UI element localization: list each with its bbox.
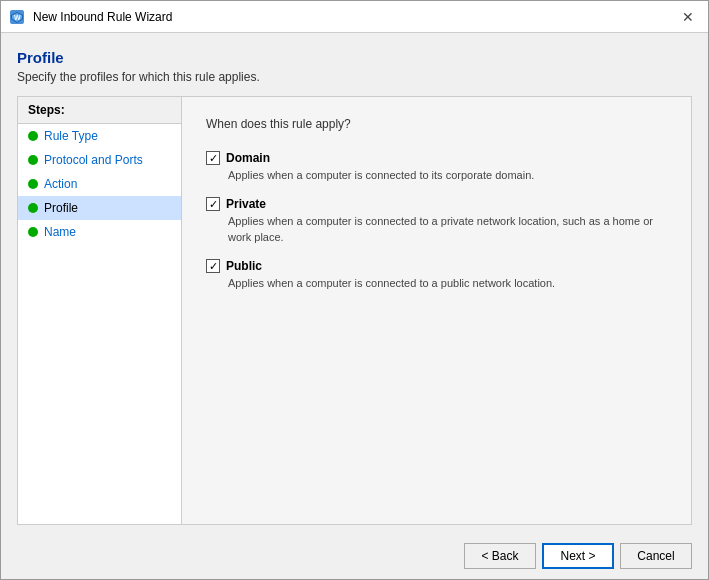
checkbox-public[interactable]: [206, 259, 220, 273]
option-desc-private: Applies when a computer is connected to …: [228, 214, 667, 245]
page-title: Profile: [17, 49, 692, 66]
steps-header: Steps:: [18, 97, 181, 124]
step-label-name: Name: [44, 225, 76, 239]
option-desc-domain: Applies when a computer is connected to …: [228, 168, 667, 183]
window-title: New Inbound Rule Wizard: [33, 10, 676, 24]
wizard-window: W New Inbound Rule Wizard ✕ Profile Spec…: [0, 0, 709, 580]
sidebar-item-action[interactable]: Action: [18, 172, 181, 196]
title-bar: W New Inbound Rule Wizard ✕: [1, 1, 708, 33]
rule-question: When does this rule apply?: [206, 117, 667, 131]
step-label-rule-type: Rule Type: [44, 129, 98, 143]
step-label-protocol-ports: Protocol and Ports: [44, 153, 143, 167]
page-subtitle: Specify the profiles for which this rule…: [17, 70, 692, 84]
sidebar-item-protocol-ports[interactable]: Protocol and Ports: [18, 148, 181, 172]
cancel-button[interactable]: Cancel: [620, 543, 692, 569]
sidebar-item-name[interactable]: Name: [18, 220, 181, 244]
right-panel: When does this rule apply? Domain Applie…: [182, 96, 692, 525]
option-label-public: Public: [226, 259, 262, 273]
sidebar-item-rule-type[interactable]: Rule Type: [18, 124, 181, 148]
main-body: Steps: Rule Type Protocol and Ports Acti…: [17, 96, 692, 525]
close-button[interactable]: ✕: [676, 5, 700, 29]
step-dot-action: [28, 179, 38, 189]
option-group-public: Public Applies when a computer is connec…: [206, 259, 667, 291]
step-dot-profile: [28, 203, 38, 213]
option-header-private: Private: [206, 197, 667, 211]
option-group-domain: Domain Applies when a computer is connec…: [206, 151, 667, 183]
content-area: Profile Specify the profiles for which t…: [1, 33, 708, 533]
option-label-domain: Domain: [226, 151, 270, 165]
back-button[interactable]: < Back: [464, 543, 536, 569]
svg-text:W: W: [14, 14, 21, 21]
checkbox-private[interactable]: [206, 197, 220, 211]
step-label-profile: Profile: [44, 201, 78, 215]
step-dot-protocol-ports: [28, 155, 38, 165]
step-dot-rule-type: [28, 131, 38, 141]
sidebar-item-profile[interactable]: Profile: [18, 196, 181, 220]
next-button[interactable]: Next >: [542, 543, 614, 569]
checkbox-domain[interactable]: [206, 151, 220, 165]
step-dot-name: [28, 227, 38, 237]
option-group-private: Private Applies when a computer is conne…: [206, 197, 667, 245]
option-label-private: Private: [226, 197, 266, 211]
option-desc-public: Applies when a computer is connected to …: [228, 276, 667, 291]
wizard-icon: W: [9, 8, 27, 26]
option-header-public: Public: [206, 259, 667, 273]
option-header-domain: Domain: [206, 151, 667, 165]
steps-panel: Steps: Rule Type Protocol and Ports Acti…: [17, 96, 182, 525]
step-label-action: Action: [44, 177, 77, 191]
footer: < Back Next > Cancel: [1, 533, 708, 579]
